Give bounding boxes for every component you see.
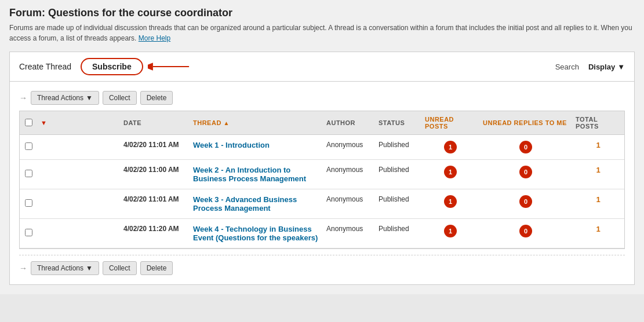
- table-row: 4/02/20 11:20 AM Week 4 - Technology in …: [20, 219, 624, 248]
- table-row: 4/02/20 11:00 AM Week 2 - An Introductio…: [20, 160, 624, 189]
- row-checkbox-0[interactable]: [25, 142, 32, 150]
- total-posts-value-0: 1: [596, 141, 600, 149]
- table-header-row: ▼ DATE THREAD ▲ AUTHOR STA: [20, 111, 624, 135]
- row-unread-2: 1: [421, 189, 479, 219]
- row-thread-0: Week 1 - Introduction: [190, 135, 323, 160]
- row-thread-1: Week 2 - An Introduction to Business Pro…: [190, 160, 323, 189]
- row-author-2: Anonymous: [323, 189, 375, 219]
- flag-sort-icon: ▼: [41, 119, 47, 126]
- page-header: Forum: Questions for the course coordina…: [9, 7, 635, 43]
- row-checkbox-cell: [20, 135, 37, 160]
- unread-badge-3: 1: [444, 225, 457, 237]
- col-header-total-posts[interactable]: TOTAL POSTS: [572, 111, 624, 135]
- subscribe-button[interactable]: Subscribe: [81, 58, 143, 75]
- row-unread-1: 1: [421, 160, 479, 189]
- row-flag-cell-1: [37, 160, 120, 189]
- collect-button-top[interactable]: Collect: [103, 91, 137, 105]
- page-description: Forums are made up of individual discuss…: [9, 23, 635, 43]
- row-status-3: Published: [375, 219, 421, 248]
- delete-button-bottom[interactable]: Delete: [140, 261, 173, 275]
- row-author-3: Anonymous: [323, 219, 375, 248]
- unread-badge-2: 1: [444, 195, 457, 208]
- bottom-action-bar: → Thread Actions ▼ Collect Delete: [19, 255, 625, 275]
- row-status-1: Published: [375, 160, 421, 189]
- row-thread-3: Week 4 - Technology in Business Event (Q…: [190, 219, 323, 248]
- display-button[interactable]: Display ▼: [588, 63, 625, 71]
- delete-button-top[interactable]: Delete: [140, 91, 173, 105]
- toolbar-right: Search Display ▼: [555, 63, 625, 71]
- thread-link-3[interactable]: Week 4 - Technology in Business Event (Q…: [193, 225, 318, 242]
- row-flag-cell-2: [37, 189, 120, 219]
- top-toolbar: Create Thread Subscribe Search Display: [9, 52, 635, 82]
- more-help-link[interactable]: More Help: [139, 34, 170, 42]
- col-header-flag: ▼: [37, 111, 120, 135]
- top-action-bar: → Thread Actions ▼ Collect Delete: [19, 91, 625, 105]
- row-replies-3: 0: [479, 219, 572, 248]
- unread-badge-1: 1: [444, 166, 457, 178]
- row-checkbox-1[interactable]: [25, 170, 32, 177]
- row-date-1: 4/02/20 11:00 AM: [120, 160, 190, 189]
- col-header-date[interactable]: DATE: [120, 111, 190, 135]
- row-flag-cell-0: [37, 135, 120, 160]
- toolbar-left: Create Thread Subscribe: [19, 58, 194, 75]
- col-header-thread[interactable]: THREAD ▲: [190, 111, 323, 135]
- row-date-2: 4/02/20 11:01 AM: [120, 189, 190, 219]
- thread-link-1[interactable]: Week 2 - An Introduction to Business Pro…: [193, 166, 306, 183]
- thread-actions-button-bottom[interactable]: Thread Actions ▼: [31, 261, 99, 275]
- replies-badge-3: 0: [519, 225, 532, 237]
- thread-table: ▼ DATE THREAD ▲ AUTHOR STA: [20, 111, 624, 248]
- top-arrow-right-icon: →: [19, 93, 27, 103]
- unread-badge-0: 1: [444, 141, 457, 153]
- replies-badge-0: 0: [519, 141, 532, 153]
- bottom-arrow-left-icon: →: [19, 264, 27, 273]
- col-header-author[interactable]: AUTHOR: [323, 111, 375, 135]
- row-checkbox-2[interactable]: [25, 199, 32, 207]
- create-thread-button[interactable]: Create Thread: [19, 62, 71, 71]
- thread-actions-chevron-icon: ▼: [86, 94, 93, 102]
- row-status-0: Published: [375, 135, 421, 160]
- row-unread-3: 1: [421, 219, 479, 248]
- subscribe-arrow-indicator: [148, 60, 194, 74]
- row-replies-1: 0: [479, 160, 572, 189]
- total-posts-value-1: 1: [596, 166, 600, 174]
- thread-link-2[interactable]: Week 3 - Advanced Business Process Manag…: [193, 195, 297, 213]
- thread-actions-bottom-chevron-icon: ▼: [86, 264, 93, 272]
- row-date-3: 4/02/20 11:20 AM: [120, 219, 190, 248]
- table-row: 4/02/20 11:01 AM Week 1 - Introduction A…: [20, 135, 624, 160]
- row-checkbox-cell: [20, 160, 37, 189]
- page-title: Forum: Questions for the course coordina…: [9, 7, 635, 19]
- row-thread-2: Week 3 - Advanced Business Process Manag…: [190, 189, 323, 219]
- row-author-1: Anonymous: [323, 160, 375, 189]
- row-unread-0: 1: [421, 135, 479, 160]
- row-status-2: Published: [375, 189, 421, 219]
- collect-button-bottom[interactable]: Collect: [103, 261, 137, 275]
- row-total-2: 1: [572, 189, 624, 219]
- row-date-0: 4/02/20 11:01 AM: [120, 135, 190, 160]
- row-flag-cell-3: [37, 219, 120, 248]
- row-checkbox-3[interactable]: [25, 229, 32, 236]
- total-posts-value-3: 1: [596, 225, 600, 233]
- row-checkbox-cell: [20, 189, 37, 219]
- table-row: 4/02/20 11:01 AM Week 3 - Advanced Busin…: [20, 189, 624, 219]
- col-header-status[interactable]: STATUS: [375, 111, 421, 135]
- search-label[interactable]: Search: [555, 63, 579, 71]
- replies-badge-2: 0: [519, 195, 532, 208]
- col-header-unread-posts[interactable]: UNREAD POSTS: [421, 111, 479, 135]
- total-posts-value-2: 1: [596, 195, 600, 204]
- thread-sort-icon: ▲: [223, 120, 229, 126]
- row-total-1: 1: [572, 160, 624, 189]
- row-checkbox-cell: [20, 219, 37, 248]
- row-total-0: 1: [572, 135, 624, 160]
- replies-badge-1: 0: [519, 166, 532, 178]
- thread-link-0[interactable]: Week 1 - Introduction: [193, 141, 270, 149]
- main-content: → Thread Actions ▼ Collect Delete ▼: [9, 82, 635, 285]
- row-replies-2: 0: [479, 189, 572, 219]
- col-header-unread-replies[interactable]: UNREAD REPLIES TO ME: [479, 111, 572, 135]
- select-all-checkbox[interactable]: [25, 119, 32, 126]
- chevron-down-icon: ▼: [617, 63, 625, 71]
- col-header-check: [20, 111, 37, 135]
- row-author-0: Anonymous: [323, 135, 375, 160]
- row-replies-0: 0: [479, 135, 572, 160]
- thread-actions-button-top[interactable]: Thread Actions ▼: [31, 91, 99, 105]
- row-total-3: 1: [572, 219, 624, 248]
